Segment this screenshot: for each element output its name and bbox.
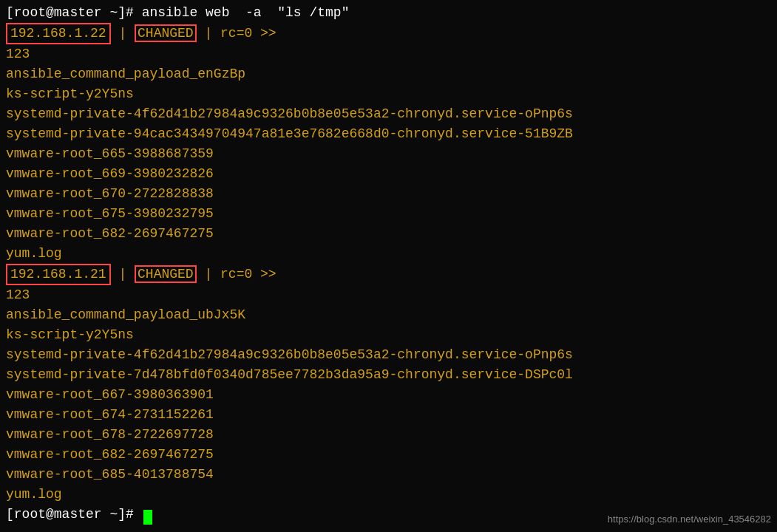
output-line: vmware-root_678-2722697728 — [6, 425, 771, 445]
output-line: systemd-private-4f62d41b27984a9c9326b0b8… — [6, 104, 771, 124]
terminal: [root@master ~]# ansible web -a "ls /tmp… — [0, 0, 777, 532]
output-line: vmware-root_667-3980363901 — [6, 385, 771, 405]
host-ip: 192.168.1.21 — [6, 264, 111, 285]
output-line: systemd-private-4f62d41b27984a9c9326b0b8… — [6, 345, 771, 365]
cursor — [143, 510, 152, 525]
output-line: yum.log — [6, 485, 771, 505]
suffix-after: | rc=0 >> — [197, 267, 276, 282]
output-line: vmware-root_670-2722828838 — [6, 184, 771, 204]
output-line: 123 — [6, 285, 771, 305]
suffix-before: | — [111, 26, 135, 41]
host-changed-line: 192.168.1.21 | CHANGED | rc=0 >> — [6, 264, 771, 285]
host-ip: 192.168.1.22 — [6, 23, 111, 44]
output-line: ks-script-y2Y5ns — [6, 325, 771, 345]
output-line: vmware-root_682-2697467275 — [6, 445, 771, 465]
output-line: ansible_command_payload_ubJx5K — [6, 305, 771, 325]
output-line: systemd-private-94cac34349704947a81e3e76… — [6, 124, 771, 144]
output-line: ansible_command_payload_enGzBp — [6, 64, 771, 84]
output-line: 123 — [6, 44, 771, 64]
command-line: [root@master ~]# ansible web -a "ls /tmp… — [6, 3, 771, 23]
suffix-before: | — [111, 267, 135, 282]
output-line: vmware-root_685-4013788754 — [6, 465, 771, 485]
output-line: yum.log — [6, 244, 771, 264]
output-line: vmware-root_682-2697467275 — [6, 224, 771, 244]
output-line: vmware-root_665-3988687359 — [6, 144, 771, 164]
suffix-after: | rc=0 >> — [197, 26, 276, 41]
changed-status: | CHANGED | rc=0 >> — [111, 265, 276, 283]
output-line: systemd-private-7d478bfd0f0340d785ee7782… — [6, 365, 771, 385]
output-line: vmware-root_674-2731152261 — [6, 405, 771, 425]
output-line: vmware-root_669-3980232826 — [6, 164, 771, 184]
output-line: ks-script-y2Y5ns — [6, 84, 771, 104]
watermark: https://blog.csdn.net/weixin_43546282 — [608, 512, 771, 527]
changed-status: | CHANGED | rc=0 >> — [111, 24, 276, 42]
host-changed-line: 192.168.1.22 | CHANGED | rc=0 >> — [6, 23, 771, 44]
changed-label: CHANGED — [135, 24, 197, 42]
output-line: vmware-root_675-3980232795 — [6, 204, 771, 224]
changed-label: CHANGED — [135, 265, 197, 283]
prompt-text: [root@master ~]# — [6, 507, 142, 522]
